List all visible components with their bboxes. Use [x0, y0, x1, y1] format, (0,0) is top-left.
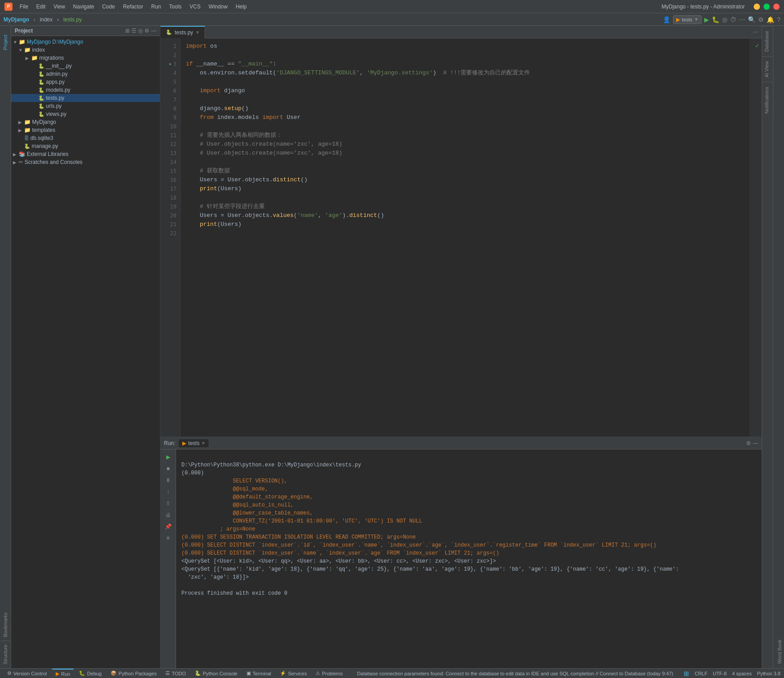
debug-button[interactable]: 🐛	[712, 16, 719, 23]
tree-item-scratches[interactable]: ▶ ✏ Scratches and Consoles	[11, 158, 160, 166]
wordbook-tab[interactable]: Word Book	[775, 26, 784, 668]
code-content[interactable]: import os if __name__ == "__main__": os.…	[181, 38, 749, 437]
collapse-all-icon[interactable]: ☰	[131, 28, 136, 34]
bookmarks-tab[interactable]: Bookmarks	[1, 609, 10, 641]
more-run-icon[interactable]: ⋯	[739, 16, 745, 23]
tree-item-apps[interactable]: 🐍 apps.py	[11, 78, 160, 86]
run-panel: Run: ▶ tests ✕ ⚙ — ▶ ■ ⏸ ↓ ⇧ �	[160, 437, 762, 668]
scroll-to-icon[interactable]: ◎	[138, 28, 143, 34]
menu-code[interactable]: Code	[99, 3, 119, 11]
indent-indicator[interactable]: 4 spaces	[732, 671, 751, 676]
run-settings-icon[interactable]: ⚙	[746, 440, 751, 446]
tab-close-button[interactable]: ✕	[196, 30, 199, 35]
scroll-end-button[interactable]: ↓	[163, 487, 173, 497]
tree-item-db[interactable]: 🗄 db.sqlite3	[11, 134, 160, 142]
search-everywhere-icon[interactable]: 🔍	[748, 16, 755, 23]
run-tab-tests[interactable]: ▶ tests ✕	[179, 439, 208, 447]
close-button[interactable]: ✕	[773, 4, 780, 10]
python-packages-label: Python Packages	[119, 671, 157, 676]
notifications-tab[interactable]: Notifications	[762, 82, 773, 118]
run-config-selector[interactable]: ▶ tests ▼	[673, 15, 702, 24]
tree-item-templates[interactable]: ▶ 📁 templates	[11, 126, 160, 134]
maximize-button[interactable]: □	[763, 4, 770, 10]
run-tab-close[interactable]: ✕	[201, 441, 205, 445]
python-console-tab[interactable]: 🐍 Python Console	[191, 669, 241, 678]
language-indicator[interactable]: Python 3.8	[757, 671, 780, 676]
title-bar: P File Edit View Navigate Code Refactor …	[0, 0, 784, 13]
help-icon[interactable]: ?	[777, 16, 780, 23]
debug-bottom-label: Debug	[87, 671, 101, 676]
debug-bottom-tab[interactable]: 🐛 Debug	[75, 669, 105, 678]
tree-label: MyDjango	[32, 119, 56, 125]
version-control-tab[interactable]: ⚙ Version Control	[4, 669, 50, 678]
run-button[interactable]: ▶	[704, 16, 709, 23]
menu-tools[interactable]: Tools	[165, 3, 185, 11]
expand-all-icon[interactable]: ⊞	[125, 28, 130, 34]
project-name[interactable]: MyDjango	[4, 16, 29, 23]
services-tab[interactable]: ⚡ Services	[276, 669, 310, 678]
hide-panel-icon[interactable]: —	[151, 28, 156, 34]
menu-navigate[interactable]: Navigate	[70, 3, 98, 11]
problems-tab[interactable]: ⚠ Problems	[312, 669, 346, 678]
crlf-indicator[interactable]: CRLF	[694, 671, 707, 676]
database-tab[interactable]: Database	[762, 26, 773, 56]
suspend-button[interactable]: ⏸	[163, 475, 173, 485]
tree-item-views[interactable]: 🐍 views.py	[11, 110, 160, 118]
breadcrumb-index[interactable]: index	[40, 16, 53, 23]
tree-item-migrations[interactable]: ▶ 📁 migrations	[11, 54, 160, 62]
tree-item-models[interactable]: 🐍 models.py	[11, 86, 160, 94]
user-icon[interactable]: 👤	[663, 16, 670, 23]
tree-item-init[interactable]: 🐍 __init__.py	[11, 62, 160, 70]
tabs-menu-button[interactable]: ⋯	[749, 27, 762, 37]
profile-icon[interactable]: ⏱	[730, 16, 736, 23]
structure-tab[interactable]: Structure	[1, 641, 10, 668]
run-bottom-tab[interactable]: ▶ Run	[52, 669, 74, 678]
tree-item-tests[interactable]: 🐍 tests.py	[11, 94, 160, 102]
status-message: Database connection parameters found: Co…	[348, 671, 682, 676]
settings-tree-icon[interactable]: ⚙	[144, 28, 149, 34]
run-line-3[interactable]: ▶	[169, 60, 172, 69]
menu-edit[interactable]: Edit	[33, 3, 49, 11]
todo-tab[interactable]: ☰ TODO	[162, 669, 189, 678]
menu-run[interactable]: Run	[148, 3, 164, 11]
run-tab-name: tests	[188, 440, 199, 446]
breadcrumb-file[interactable]: tests.py	[63, 16, 82, 23]
encoding-indicator[interactable]: UTF-8	[713, 671, 727, 676]
rerun-button[interactable]: ▶	[163, 452, 173, 462]
menu-help[interactable]: Help	[232, 3, 250, 11]
terminal-tab[interactable]: ▣ Terminal	[243, 669, 275, 678]
version-control-label: Version Control	[13, 671, 47, 676]
gutter-right	[749, 38, 753, 437]
tree-item-index[interactable]: ▼ 📁 index	[11, 46, 160, 54]
pin-tab-button[interactable]: 📌	[163, 522, 173, 531]
soft-wrap-button[interactable]: ⇧	[163, 498, 173, 508]
tree-item-mydjango-sub[interactable]: ▶ 📁 MyDjango	[11, 118, 160, 126]
print-button[interactable]: 🖨	[163, 510, 173, 520]
aiview-tab[interactable]: AI View	[762, 56, 773, 82]
menu-window[interactable]: Window	[205, 3, 231, 11]
minimize-button[interactable]: —	[754, 4, 760, 10]
editor-tab-tests[interactable]: 🐍 tests.py ✕	[160, 26, 205, 38]
python-packages-tab[interactable]: 📦 Python Packages	[107, 669, 160, 678]
debug-bottom-icon: 🐛	[79, 670, 85, 676]
project-side-tab[interactable]: Project	[1, 30, 10, 54]
run-hide-icon[interactable]: —	[753, 440, 758, 446]
tree-item-urls[interactable]: 🐍 urls.py	[11, 102, 160, 110]
menu-vcs[interactable]: VCS	[186, 3, 204, 11]
settings-icon[interactable]: ⚙	[758, 16, 764, 23]
app-icon: P	[4, 3, 12, 11]
db-file-icon: 🗄	[24, 135, 29, 141]
stop-button[interactable]: ■	[163, 464, 173, 474]
tree-item-mydjango-root[interactable]: ▼ 📁 MyDjango D:\MyDjango	[11, 38, 160, 46]
menu-file[interactable]: File	[16, 3, 32, 11]
notifications-icon[interactable]: 🔔	[767, 16, 774, 23]
tree-item-external-libs[interactable]: ▶ 📚 External Libraries	[11, 150, 160, 158]
menu-refactor[interactable]: Refactor	[119, 3, 147, 11]
project-panel-title: Project	[15, 28, 123, 34]
menu-view[interactable]: View	[50, 3, 69, 11]
close-run-button[interactable]: ✕	[163, 533, 173, 543]
run-label: Run:	[164, 440, 175, 446]
tree-item-manage[interactable]: 🐍 manage.py	[11, 142, 160, 150]
coverage-icon[interactable]: ◎	[722, 16, 727, 23]
tree-item-admin[interactable]: 🐍 admin.py	[11, 70, 160, 78]
